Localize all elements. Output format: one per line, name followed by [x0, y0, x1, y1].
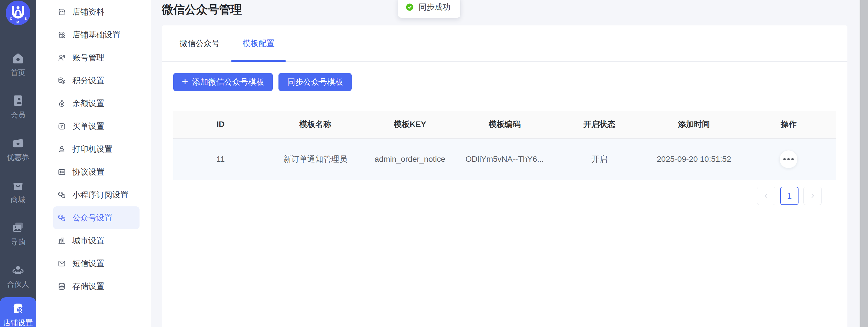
- pagination-next-button[interactable]: [803, 187, 822, 205]
- settings-item-city-settings[interactable]: 城市设置: [53, 229, 140, 252]
- points-icon: [58, 76, 66, 85]
- sidebar-item-shop-settings[interactable]: 店铺设置: [0, 297, 36, 327]
- sidebar-item-members[interactable]: 会员: [0, 86, 36, 128]
- ellipsis-icon: [783, 158, 786, 160]
- home-icon: [11, 52, 25, 65]
- settings-item-points-settings[interactable]: 积分设置: [53, 69, 140, 92]
- mall-icon: [11, 178, 25, 192]
- sidebar-item-label: 商城: [10, 195, 26, 205]
- shop-check-icon: [58, 31, 66, 39]
- toolbar: + 添加微信公众号模板 同步公众号模板: [173, 73, 836, 91]
- sidebar-item-partners[interactable]: 合伙人: [0, 255, 36, 297]
- settings-item-agreement-settings[interactable]: 协议设置: [53, 161, 140, 184]
- add-template-button[interactable]: + 添加微信公众号模板: [173, 73, 273, 91]
- sidebar-item-label: 合伙人: [7, 279, 29, 289]
- settings-item-official-account-settings[interactable]: 公众号设置: [53, 206, 140, 229]
- page-title: 微信公众号管理: [162, 2, 242, 18]
- storage-icon: [58, 282, 66, 291]
- sidebar-item-mall[interactable]: 商城: [0, 170, 36, 212]
- toast-text: 同步成功: [418, 2, 451, 12]
- table-column-header: 操作: [741, 110, 836, 138]
- settings-item-account-management[interactable]: 账号管理: [53, 46, 140, 69]
- sidebar-item-coupons[interactable]: 优惠券: [0, 128, 36, 170]
- settings-nav: 店铺资料店铺基础设置账号管理积分设置余额设置买单设置打印机设置协议设置小程序订阅…: [36, 1, 151, 298]
- svg-text:C: C: [10, 17, 12, 20]
- settings-item-payment-settings[interactable]: 买单设置: [53, 115, 140, 138]
- table-cell: ODliYm5vNA--ThY6...: [457, 138, 552, 180]
- settings-item-label: 小程序订阅设置: [72, 190, 128, 200]
- primary-nav: 首页会员优惠券商城导购合伙人店铺设置: [0, 32, 36, 327]
- content-card: 微信公众号模板配置 + 添加微信公众号模板 同步公众号模板 ID模板名称模板KE…: [162, 26, 847, 327]
- table-cell: 新订单通知管理员: [268, 138, 363, 180]
- table-column-header: 开启状态: [552, 110, 647, 138]
- wechat-icon: [58, 191, 66, 199]
- settings-item-printer-settings[interactable]: 打印机设置: [53, 138, 140, 161]
- sms-icon: [58, 259, 66, 268]
- template-table: ID模板名称模板KEY模板编码开启状态添加时间操作 11新订单通知管理员admi…: [173, 110, 836, 181]
- table-cell: 2025-09-20 10:51:52: [647, 138, 741, 180]
- sync-template-button[interactable]: 同步公众号模板: [278, 73, 352, 91]
- success-check-icon: [405, 3, 414, 11]
- shop-icon: [58, 8, 66, 16]
- settings-item-storage-settings[interactable]: 存储设置: [53, 275, 140, 298]
- balance-icon: [58, 99, 66, 108]
- sidebar-item-guide[interactable]: 导购: [0, 212, 36, 255]
- tab-bar: 微信公众号模板配置: [162, 26, 847, 62]
- settings-item-label: 余额设置: [72, 98, 104, 109]
- app-logo: C M S: [5, 1, 31, 27]
- table-column-header: 模板编码: [457, 110, 552, 138]
- settings-item-shop-basic-settings[interactable]: 店铺基础设置: [53, 24, 140, 46]
- svg-text:S: S: [25, 17, 27, 20]
- pagination-page-1[interactable]: 1: [780, 187, 799, 205]
- settings-item-label: 短信设置: [72, 258, 104, 269]
- shop-settings-icon: [11, 302, 25, 315]
- plus-icon: +: [182, 76, 188, 87]
- table-column-header: 模板KEY: [363, 110, 457, 138]
- settings-item-label: 城市设置: [72, 235, 104, 246]
- chevron-right-icon: [809, 193, 816, 199]
- chevron-left-icon: [763, 193, 769, 199]
- settings-item-label: 买单设置: [72, 121, 104, 132]
- pagination-prev-button[interactable]: [757, 187, 775, 205]
- table-body: 11新订单通知管理员admin_order_noticeODliYm5vNA--…: [173, 138, 836, 180]
- settings-item-label: 积分设置: [72, 75, 104, 86]
- sidebar-item-home[interactable]: 首页: [0, 43, 36, 86]
- city-icon: [58, 236, 66, 245]
- sync-template-label: 同步公众号模板: [287, 76, 343, 88]
- table-cell-actions: [741, 138, 836, 180]
- settings-item-label: 店铺基础设置: [72, 29, 120, 40]
- primary-sidebar: C M S 首页会员优惠券商城导购合伙人店铺设置: [0, 0, 36, 327]
- settings-item-miniprogram-subscribe-settings[interactable]: 小程序订阅设置: [53, 184, 140, 206]
- cms-logo-icon: C M S: [5, 1, 31, 27]
- settings-item-shop-profile[interactable]: 店铺资料: [53, 1, 140, 24]
- settings-item-sms-settings[interactable]: 短信设置: [53, 252, 140, 275]
- agreement-icon: [58, 168, 66, 176]
- vertical-scrollbar[interactable]: [860, 0, 868, 327]
- partner-icon: [11, 263, 25, 276]
- coupon-icon: [11, 136, 25, 150]
- settings-item-label: 存储设置: [72, 281, 104, 292]
- sidebar-item-label: 首页: [10, 68, 26, 78]
- table-cell: admin_order_notice: [363, 138, 457, 180]
- sidebar-item-label: 优惠券: [7, 152, 29, 162]
- card-body: + 添加微信公众号模板 同步公众号模板 ID模板名称模板KEY模板编码开启状态添…: [162, 62, 847, 205]
- settings-item-label: 打印机设置: [72, 144, 112, 155]
- settings-item-balance-settings[interactable]: 余额设置: [53, 92, 140, 115]
- guide-icon: [11, 221, 25, 234]
- table-row: 11新订单通知管理员admin_order_noticeODliYm5vNA--…: [173, 138, 836, 180]
- table-column-header: 模板名称: [268, 110, 363, 138]
- svg-text:M: M: [16, 21, 19, 24]
- wechat-icon: [58, 214, 66, 222]
- tab-wechat-official-account[interactable]: 微信公众号: [168, 26, 231, 61]
- settings-item-label: 账号管理: [72, 52, 104, 63]
- table-cell: 11: [173, 138, 268, 180]
- account-icon: [58, 54, 66, 62]
- printer-icon: [58, 145, 66, 154]
- table-cell: 开启: [552, 138, 647, 180]
- tab-template-config[interactable]: 模板配置: [231, 26, 286, 61]
- members-icon: [11, 94, 25, 107]
- sidebar-item-label: 导购: [10, 237, 26, 247]
- row-more-actions-button[interactable]: [779, 150, 798, 168]
- settings-item-label: 协议设置: [72, 167, 104, 177]
- main-content: 微信公众号管理 同步成功 微信公众号模板配置 + 添加微信公众号模板 同步公众号…: [151, 0, 868, 327]
